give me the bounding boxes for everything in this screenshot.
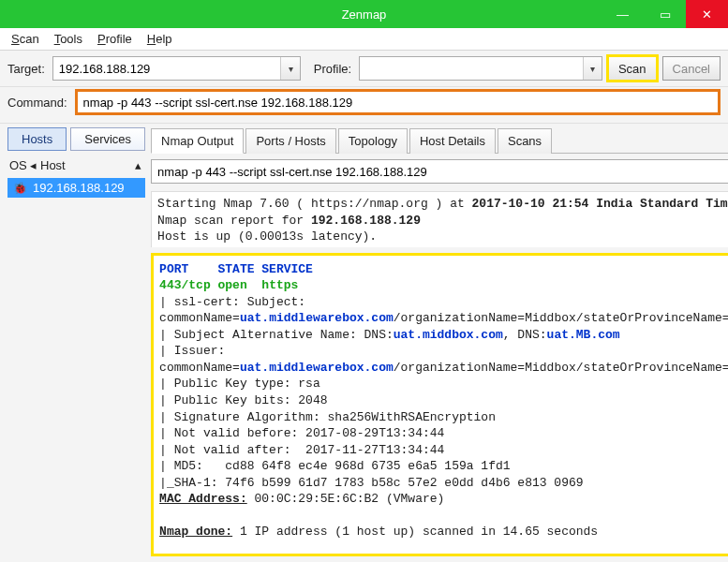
window-title: Zenmap [342, 7, 387, 22]
tab-ports-hosts[interactable]: Ports / Hosts [245, 128, 335, 154]
command-display-row: ▾ Details [151, 159, 728, 184]
profile-combo[interactable]: ▾ [359, 56, 602, 81]
sort-arrow-icon: ▴ [135, 158, 141, 172]
services-tab[interactable]: Services [70, 127, 145, 151]
target-dropdown-icon[interactable]: ▾ [280, 57, 299, 80]
profile-label: Profile: [314, 62, 351, 76]
output-preamble: Starting Nmap 7.60 ( https://nmap.org ) … [151, 191, 728, 247]
command-input[interactable] [75, 89, 721, 115]
minimize-button[interactable]: — [602, 0, 644, 28]
menu-scan[interactable]: Scan [6, 30, 45, 48]
tab-topology[interactable]: Topology [338, 128, 408, 154]
scan-button[interactable]: Scan [608, 56, 657, 81]
host-item[interactable]: 🐞 192.168.188.129 [7, 178, 145, 198]
hosts-tab[interactable]: Hosts [7, 127, 67, 151]
titlebar: Zenmap — ▭ ✕ [0, 0, 728, 28]
tab-scans[interactable]: Scans [498, 128, 552, 154]
tab-nmap-output[interactable]: Nmap Output [151, 128, 244, 154]
host-os-icon: 🐞 [13, 182, 27, 195]
close-button[interactable]: ✕ [686, 0, 728, 28]
command-display-combo[interactable]: ▾ [151, 159, 728, 184]
nmap-output-pane[interactable]: PORT STATE SERVICE 443/tcp open https | … [151, 253, 728, 556]
target-label: Target: [7, 62, 45, 76]
tab-host-details[interactable]: Host Details [409, 128, 496, 154]
target-input[interactable] [53, 57, 281, 80]
host-list: 🐞 192.168.188.129 [7, 178, 145, 198]
profile-dropdown-icon[interactable]: ▾ [583, 57, 602, 80]
command-display-input[interactable] [152, 160, 728, 183]
host-ip: 192.168.188.129 [33, 181, 125, 195]
menu-help[interactable]: Help [141, 30, 178, 48]
maximize-button[interactable]: ▭ [644, 0, 686, 28]
menu-profile[interactable]: Profile [92, 30, 138, 48]
target-combo[interactable]: ▾ [52, 56, 301, 81]
window-controls: — ▭ ✕ [602, 0, 728, 28]
menu-bar: Scan Tools Profile Help [0, 28, 728, 51]
target-row: Target: ▾ Profile: ▾ Scan Cancel [0, 51, 728, 87]
main-panel: Nmap Output Ports / Hosts Topology Host … [151, 124, 728, 562]
output-tabs: Nmap Output Ports / Hosts Topology Host … [151, 127, 728, 154]
profile-input[interactable] [360, 57, 582, 80]
cancel-button[interactable]: Cancel [662, 56, 721, 81]
command-row: Command: [0, 87, 728, 124]
os-host-header[interactable]: OS ◂ Host ▴ [7, 155, 145, 172]
command-label: Command: [7, 96, 67, 110]
menu-tools[interactable]: Tools [49, 30, 88, 48]
nmap-url-link[interactable]: https://nmap.org [311, 197, 428, 211]
side-panel: Hosts Services OS ◂ Host ▴ 🐞 192.168.188… [0, 124, 151, 562]
